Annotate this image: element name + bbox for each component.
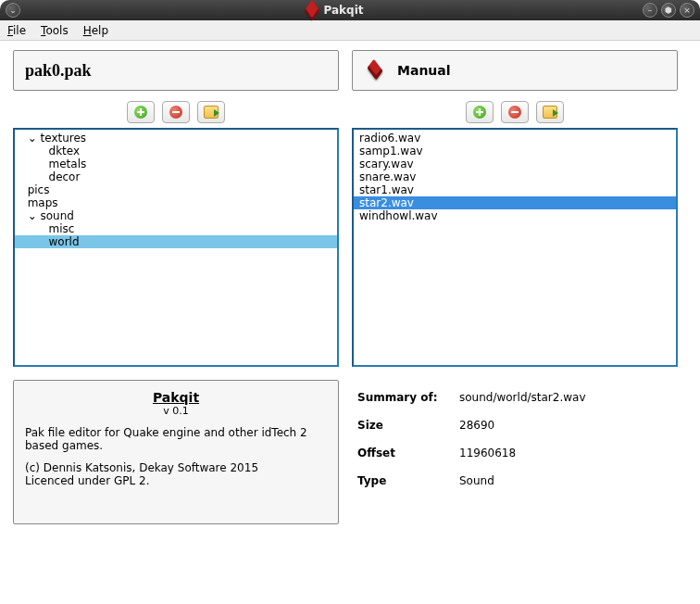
window-titlebar: ⌄ Pakqit – ⬢ × — [0, 0, 700, 20]
tree-item[interactable]: maps — [15, 196, 337, 209]
size-label: Size — [357, 419, 459, 432]
menu-tools[interactable]: Tools — [41, 24, 69, 37]
about-title: Pakqit — [25, 390, 327, 405]
window-menu-button[interactable]: ⌄ — [6, 3, 20, 18]
file-item[interactable]: radio6.wav — [354, 132, 676, 145]
add-button-right[interactable] — [466, 101, 494, 123]
folder-export-icon — [543, 106, 557, 119]
directory-tree[interactable]: ⌄ textures dktex metals decor pics maps … — [13, 128, 339, 367]
remove-button-left[interactable] — [162, 101, 190, 123]
size-value: 28690 — [459, 419, 672, 432]
type-label: Type — [357, 474, 459, 487]
right-toolbar — [352, 96, 678, 128]
file-item[interactable]: windhowl.wav — [354, 209, 676, 222]
summary-panel: Summary of: sound/world/star2.wav Size 2… — [352, 380, 678, 513]
right-panel-header: Manual — [352, 50, 678, 91]
file-item[interactable]: snare.wav — [354, 170, 676, 183]
menu-help[interactable]: Help — [83, 24, 108, 37]
pak-filename: pak0.pak — [25, 61, 92, 81]
about-description: Pak file editor for Quake engine and oth… — [25, 426, 327, 452]
file-item[interactable]: samp1.wav — [354, 145, 676, 157]
menubar: File Tools Help — [0, 20, 700, 41]
folder-export-icon — [204, 106, 219, 119]
file-item[interactable]: scary.wav — [354, 157, 676, 170]
tree-item[interactable]: world — [15, 235, 337, 248]
about-box: Pakqit v 0.1 Pak file editor for Quake e… — [13, 380, 339, 524]
app-icon — [304, 0, 319, 21]
menu-file[interactable]: File — [7, 24, 26, 37]
minimize-button[interactable]: – — [643, 3, 657, 18]
close-button[interactable]: × — [680, 3, 694, 18]
type-value: Sound — [459, 474, 672, 487]
file-item[interactable]: star2.wav — [354, 196, 676, 209]
window-title: Pakqit — [324, 4, 364, 17]
maximize-button[interactable]: ⬢ — [661, 3, 676, 18]
about-version: v 0.1 — [25, 405, 327, 417]
offset-value: 11960618 — [459, 447, 672, 459]
minus-icon — [508, 106, 521, 119]
tree-item[interactable]: ⌄ sound — [15, 209, 337, 222]
left-toolbar — [13, 96, 339, 128]
tree-item[interactable]: decor — [15, 170, 337, 183]
summary-of-value: sound/world/star2.wav — [459, 391, 672, 404]
tree-item[interactable]: metals — [15, 157, 337, 170]
plus-icon — [134, 106, 147, 119]
export-button-right[interactable] — [536, 101, 564, 123]
tree-item[interactable]: misc — [15, 222, 337, 235]
about-copyright: (c) Dennis Katsonis, Dekay Software 2015 — [25, 461, 258, 474]
right-panel-title: Manual — [397, 63, 451, 78]
plus-icon — [473, 106, 486, 119]
remove-button-right[interactable] — [501, 101, 529, 123]
export-button-left[interactable] — [197, 101, 225, 123]
add-button-left[interactable] — [127, 101, 155, 123]
summary-of-label: Summary of: — [357, 391, 459, 404]
tree-item[interactable]: dktex — [15, 145, 337, 157]
minus-icon — [169, 106, 182, 119]
left-panel-header: pak0.pak — [13, 50, 339, 91]
offset-label: Offset — [357, 447, 459, 459]
tree-item[interactable]: ⌄ textures — [15, 132, 337, 145]
manual-icon — [364, 62, 388, 79]
file-item[interactable]: star1.wav — [354, 183, 676, 196]
tree-item[interactable]: pics — [15, 183, 337, 196]
about-license: Licenced under GPL 2. — [25, 474, 149, 487]
file-list[interactable]: radio6.wavsamp1.wavscary.wavsnare.wavsta… — [352, 128, 678, 367]
